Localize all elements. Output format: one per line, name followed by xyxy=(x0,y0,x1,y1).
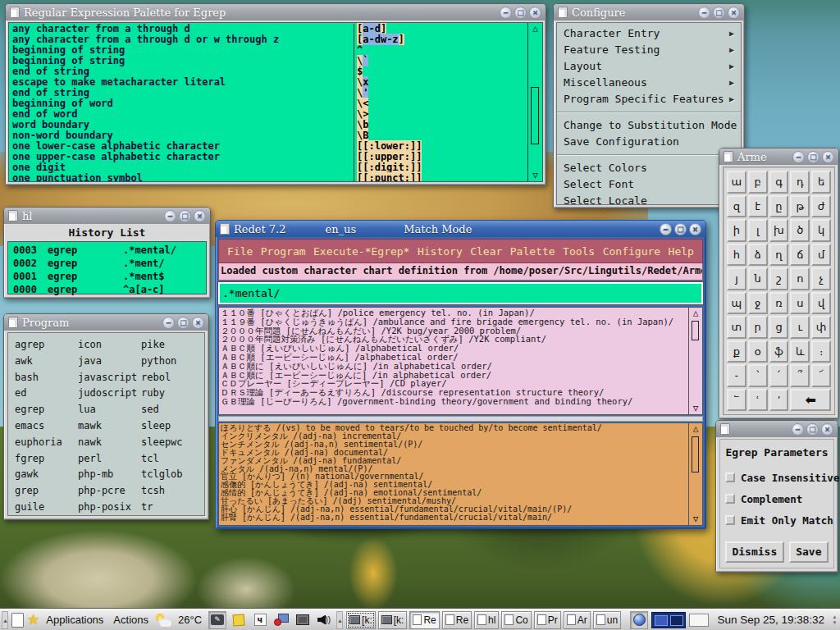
maximize-icon[interactable]: □ xyxy=(514,7,527,19)
regex-palette-titlebar[interactable]: Regular Expression Palette for Egrep − □… xyxy=(6,4,546,21)
applications-menu[interactable]: Applications xyxy=(43,614,107,626)
armenian-key-button[interactable]: ծ xyxy=(790,219,810,242)
program-item-php-pcre[interactable]: php-pcre xyxy=(78,482,141,499)
regex-palette-row[interactable]: non-word boundary\B xyxy=(12,130,527,141)
redet-menu-tools[interactable]: Tools xyxy=(563,245,595,258)
checkbox-icon[interactable] xyxy=(725,472,735,482)
backspace-key-button[interactable]: ⬅ xyxy=(790,389,831,412)
armenian-key-button[interactable]: չ xyxy=(811,267,831,290)
armenian-key-button[interactable]: վ xyxy=(811,292,831,315)
regex-palette-row[interactable]: beginning of string^ xyxy=(12,45,527,56)
program-item-ruby[interactable]: ruby xyxy=(141,385,204,401)
redet-menu-program[interactable]: Program xyxy=(261,245,306,258)
menu-item-character-entry[interactable]: Character Entry▶ xyxy=(557,25,741,42)
history-row[interactable]: 0003egrep.*mental/ xyxy=(13,244,206,257)
close-icon[interactable]: × xyxy=(689,223,701,235)
program-item-nawk[interactable]: nawk xyxy=(78,434,141,450)
armenian-key-button[interactable]: ո xyxy=(790,267,810,290)
program-item-php-mb[interactable]: php-mb xyxy=(78,467,141,483)
taskbar-window-button[interactable]: hl xyxy=(474,611,499,629)
program-item-judoscript[interactable]: judoscript xyxy=(78,385,141,401)
maximize-icon[interactable]: □ xyxy=(807,151,819,163)
close-icon[interactable]: × xyxy=(529,7,541,19)
menu-item-program-specific-features[interactable]: Program Specific Features▶ xyxy=(557,91,741,107)
taskbar-window-button[interactable]: Re xyxy=(409,611,439,629)
armenian-key-button[interactable]: ռ xyxy=(769,292,789,315)
program-item-tcsh[interactable]: tcsh xyxy=(141,482,204,499)
program-item-awk[interactable]: awk xyxy=(15,353,78,369)
scroll-up-icon[interactable]: △ xyxy=(528,23,542,34)
pane-sash[interactable] xyxy=(218,416,703,422)
taskbar-window-button[interactable]: un xyxy=(593,611,621,629)
save-button[interactable]: Save xyxy=(789,541,829,563)
egrep-params-titlebar[interactable]: − □ × xyxy=(716,421,838,437)
program-item-emacs[interactable]: emacs xyxy=(15,418,78,434)
regex-palette-row[interactable]: one digit[[:digit:]] xyxy=(12,162,527,173)
armenian-key-button[interactable]: ղ xyxy=(769,244,789,267)
armenian-key-button[interactable]: ֊ xyxy=(727,364,746,387)
armenian-key-button[interactable]: ՝ xyxy=(748,364,768,387)
menu-item-select-locale[interactable]: Select Locale xyxy=(557,193,741,209)
armenian-key-button[interactable]: և xyxy=(790,340,810,363)
remote-desktop-icon[interactable] xyxy=(272,611,290,629)
program-item-java[interactable]: java xyxy=(78,353,141,369)
program-item-agrep[interactable]: agrep xyxy=(15,336,78,353)
checkbox-row-emit-only-match[interactable]: Emit Only Match xyxy=(725,509,829,531)
regex-palette-row[interactable]: beginning of string\` xyxy=(12,56,527,66)
checkbox-row-case-insensitive[interactable]: Case Insensitive xyxy=(725,467,829,488)
armenian-key-button[interactable]: գ xyxy=(769,171,789,194)
menu-item-miscellaneous[interactable]: Miscellaneous▶ xyxy=(557,75,741,91)
target-scrollbar[interactable]: △ ▽ xyxy=(688,308,702,414)
program-item-bash[interactable]: bash xyxy=(15,369,78,386)
taskbar-window-button[interactable]: Ar xyxy=(564,611,591,629)
armenian-key-button[interactable]: փ xyxy=(811,316,831,339)
armenian-key-button[interactable]: օ xyxy=(748,340,768,363)
program-item-sleep[interactable]: sleep xyxy=(141,418,204,434)
minimize-icon[interactable]: − xyxy=(164,210,176,222)
redet-titlebar[interactable]: Redet 7.2 en_us Match Mode − □ × xyxy=(216,221,705,237)
armenian-key-button[interactable]: ՚ xyxy=(769,389,789,412)
armenian-key-button[interactable]: շ xyxy=(769,267,789,290)
armenian-key-button[interactable]: լ xyxy=(748,219,768,242)
armenian-key-button[interactable]: ։ xyxy=(811,340,831,363)
history-titlebar[interactable]: hl − □ × xyxy=(4,208,210,224)
redet-menu-history[interactable]: History xyxy=(418,245,463,258)
configure-titlebar[interactable]: Configure − □ × xyxy=(554,4,744,21)
results-scrollbar[interactable]: △ ▽ xyxy=(688,423,702,525)
armenian-key-button[interactable]: է xyxy=(748,195,768,218)
wordprocessor-icon[interactable]: ч xyxy=(251,611,269,629)
armenian-key-button[interactable]: ե xyxy=(811,171,831,194)
redet-menu-palette[interactable]: Palette xyxy=(510,245,555,258)
maximize-icon[interactable]: □ xyxy=(179,210,191,222)
armenian-key-button[interactable]: ք xyxy=(727,340,746,363)
program-item-grep[interactable]: grep xyxy=(15,482,78,499)
regex-palette-row[interactable]: one punctuation symbol[[:punct:]] xyxy=(12,173,527,182)
regex-palette-scrollbar[interactable]: △ ▽ xyxy=(527,23,542,181)
program-item-mawk[interactable]: mawk xyxy=(78,418,141,434)
minimize-icon[interactable]: − xyxy=(792,151,805,163)
armenian-key-button[interactable]: խ xyxy=(769,219,789,242)
web-browser-icon[interactable] xyxy=(630,611,648,629)
close-icon[interactable]: × xyxy=(822,151,834,163)
armenian-key-button[interactable]: պ xyxy=(727,292,746,315)
screenshot-tool-icon[interactable]: ✎ xyxy=(208,611,226,629)
armenian-key-button[interactable]: ՞ xyxy=(790,364,810,387)
workspace-pager[interactable] xyxy=(651,612,686,628)
program-item-rebol[interactable]: rebol xyxy=(141,369,204,386)
armenian-titlebar[interactable]: Arme − □ × xyxy=(719,148,838,165)
program-item-sleepwc[interactable]: sleepwc xyxy=(141,434,204,450)
redet-menu-file[interactable]: File xyxy=(227,245,253,258)
armenian-key-button[interactable]: մ xyxy=(811,244,831,267)
taskbar-window-button[interactable]: [k: xyxy=(346,611,376,629)
scroll-down-icon[interactable]: ▽ xyxy=(689,403,702,414)
program-item-pike[interactable]: pike xyxy=(141,336,204,353)
minimize-icon[interactable]: − xyxy=(162,317,175,329)
scroll-up-icon[interactable]: △ xyxy=(689,308,702,319)
scroll-down-icon[interactable]: ▽ xyxy=(689,514,702,525)
armenian-key-button[interactable]: թ xyxy=(790,195,810,218)
armenian-key-button[interactable]: կ xyxy=(811,219,831,242)
armenian-key-button[interactable]: ց xyxy=(769,316,789,339)
checkbox-row-complement[interactable]: Complement xyxy=(725,488,829,509)
minimize-icon[interactable]: − xyxy=(500,7,512,19)
menu-item-select-font[interactable]: Select Font xyxy=(557,176,741,193)
